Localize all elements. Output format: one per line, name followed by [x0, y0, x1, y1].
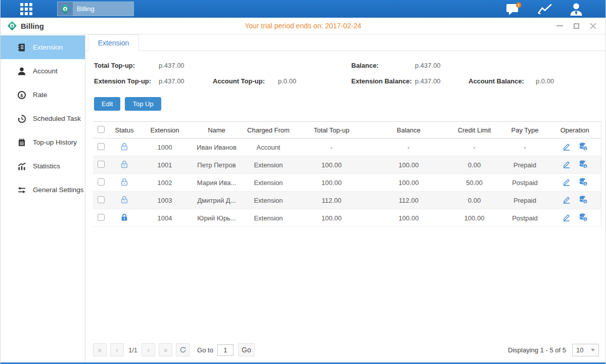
page-indicator: 1/1 [128, 346, 137, 354]
table-row[interactable]: 1001 Петр Петров Extension 100.00 100.00… [93, 156, 601, 174]
topup-coins-icon[interactable]: $ [579, 160, 588, 169]
swap-arrows-icon [17, 186, 26, 195]
cell-balance: - [369, 139, 448, 156]
cell-balance: 112.00 [369, 192, 448, 209]
cell-credit-limit: 0.00 [448, 156, 501, 174]
billing-title-icon: $ [7, 21, 17, 31]
edit-icon[interactable] [562, 213, 571, 222]
person-icon [17, 67, 26, 76]
stats-chart-icon [17, 162, 26, 171]
window-title: Billing [21, 22, 44, 30]
lock-status-icon[interactable] [120, 142, 129, 151]
col-total-topup: Total Top-up [294, 122, 369, 139]
taskbar-tab-billing[interactable]: $ Billing [57, 2, 134, 16]
go-button[interactable]: Go [238, 343, 255, 356]
topup-coins-icon[interactable]: $ [579, 142, 588, 151]
table-row[interactable]: 1000 Иван Иванов Account - - - - $ [93, 139, 601, 156]
table-row[interactable]: 1004 Юрий Юрь... Extension 100.00 100.00… [93, 209, 601, 227]
sidebar-label: Extension [33, 43, 63, 51]
edit-button[interactable]: Edit [94, 97, 120, 111]
titlebar: $ Billing Your trial period ends on: 201… [1, 18, 605, 34]
account-balance-label: Account Balance: [469, 73, 536, 89]
cell-charged-from: Extension [243, 174, 294, 192]
goto-page-input[interactable] [217, 344, 234, 356]
maximize-button[interactable] [573, 22, 580, 29]
row-checkbox[interactable] [98, 143, 105, 150]
edit-icon[interactable] [562, 195, 571, 204]
cell-balance: 100.00 [369, 174, 448, 192]
sidebar-item-extension[interactable]: Extension [1, 35, 85, 59]
extension-balance-label: Extension Balance: [351, 73, 415, 89]
row-checkbox[interactable] [98, 214, 105, 221]
sidebar-item-general-settings[interactable]: General Settings [1, 178, 85, 202]
cell-name: Иван Иванов [190, 139, 243, 156]
first-page-button[interactable]: « [93, 343, 107, 356]
cell-charged-from: Account [243, 139, 294, 156]
edit-icon[interactable] [562, 142, 571, 151]
cell-total-topup: - [294, 139, 369, 156]
sidebar-item-rate[interactable]: $ Rate [1, 83, 85, 107]
edit-icon[interactable] [562, 177, 571, 187]
last-page-button[interactable]: » [159, 343, 172, 356]
col-status: Status [109, 122, 139, 139]
close-button[interactable] [589, 22, 596, 29]
cell-name: Петр Петров [190, 156, 243, 174]
sidebar-item-topup-history[interactable]: Top-up History [1, 130, 85, 154]
sidebar-label: Top-up History [33, 139, 77, 146]
account-topup-value: p.0.00 [278, 73, 351, 89]
next-page-button[interactable]: › [142, 343, 155, 356]
cell-balance: 100.00 [369, 209, 448, 227]
sidebar-item-statistics[interactable]: Statistics [1, 154, 85, 178]
minimize-button[interactable] [556, 22, 563, 29]
topup-coins-icon[interactable]: $ [579, 213, 588, 222]
edit-icon[interactable] [562, 160, 571, 169]
lock-status-icon[interactable] [120, 177, 129, 187]
billing-app-icon: $ [58, 2, 73, 16]
topup-coins-icon[interactable]: $ [579, 195, 588, 204]
cell-total-topup: 100.00 [294, 209, 369, 227]
topup-coins-icon[interactable]: $ [579, 177, 588, 187]
top-up-button[interactable]: Top Up [125, 97, 161, 111]
trial-notice: Your trial period ends on: 2017-02-24 [245, 22, 361, 30]
svg-text:$: $ [11, 24, 13, 28]
sidebar-item-scheduled-task[interactable]: Scheduled Task [1, 107, 85, 130]
prev-page-button[interactable]: ‹ [110, 343, 124, 356]
cell-name: Юрий Юрь... [190, 209, 243, 227]
col-extension: Extension [139, 122, 190, 139]
cell-credit-limit: 50.00 [448, 174, 501, 192]
lock-status-icon[interactable] [120, 195, 129, 204]
cell-extension: 1000 [139, 139, 190, 156]
extension-topup-label: Extension Top-up: [94, 73, 159, 89]
refresh-icon [179, 346, 187, 353]
cell-pay-type: Prepaid [501, 192, 549, 209]
table-row[interactable]: 1002 Мария Ива... Extension 100.00 100.0… [93, 174, 601, 192]
cell-name: Мария Ива... [190, 174, 243, 192]
row-checkbox[interactable] [98, 161, 105, 168]
dropdown-arrow-icon [591, 349, 595, 351]
tab-extension[interactable]: Extension [88, 34, 139, 51]
user-account-icon[interactable] [568, 2, 584, 16]
balance-label: Balance: [351, 58, 415, 73]
sidebar-item-account[interactable]: Account [1, 59, 85, 83]
notebook-icon [17, 138, 26, 147]
refresh-button[interactable] [176, 343, 190, 356]
col-operation: Operation [549, 122, 601, 139]
total-topup-label: Total Top-up: [94, 58, 159, 73]
cell-total-topup: 112.00 [294, 192, 369, 209]
row-checkbox[interactable] [98, 178, 105, 186]
cell-pay-type: Postpaid [501, 209, 549, 227]
cell-total-topup: 100.00 [294, 174, 369, 192]
account-balance-value: p.0.00 [536, 73, 600, 89]
cell-charged-from: Extension [243, 156, 294, 174]
statistics-monitor-icon[interactable] [537, 2, 553, 16]
page-size-select[interactable]: 10 [572, 344, 599, 356]
lock-status-icon[interactable] [120, 160, 129, 169]
sidebar-label: Statistics [33, 162, 60, 170]
select-all-checkbox[interactable] [98, 126, 105, 133]
sidebar-label: Rate [33, 91, 48, 99]
lock-status-icon[interactable] [120, 213, 129, 222]
row-checkbox[interactable] [98, 196, 105, 203]
messages-icon[interactable]: ! [505, 2, 522, 16]
apps-grid-icon[interactable] [20, 3, 33, 16]
table-row[interactable]: 1003 Дмитрий Д... Extension 112.00 112.0… [93, 192, 601, 209]
